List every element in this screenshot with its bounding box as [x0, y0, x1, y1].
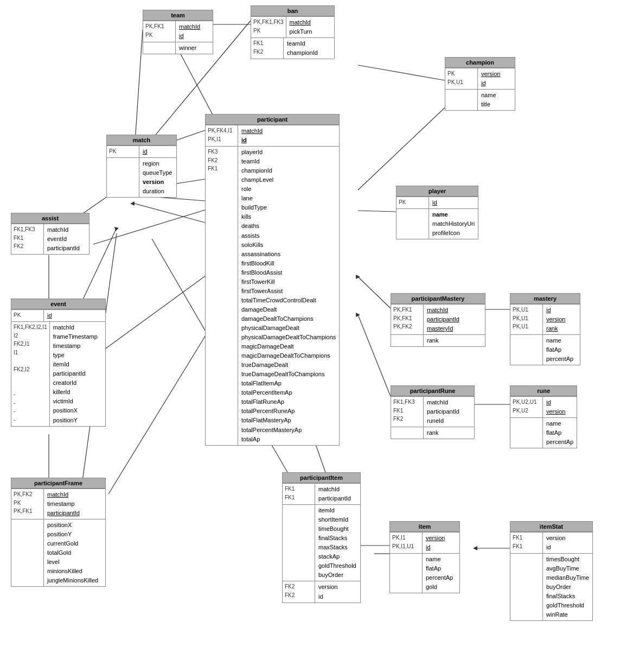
table-participant-keys-1: PK,FK4,I1 PK,I1 — [206, 125, 238, 146]
svg-line-29 — [108, 326, 212, 494]
svg-line-24 — [92, 271, 212, 358]
table-event-fields-1: id — [44, 310, 55, 321]
table-ban-header: ban — [251, 6, 334, 16]
table-player: player PK id name matchHistoryUri profil… — [396, 186, 478, 239]
table-ban-keys-1: PK,FK1,FK3 PK — [251, 17, 286, 37]
table-participantrune: participantRune FK1,FK3 FK1 FK2 matchId … — [391, 385, 475, 439]
table-participantitem-keys-3: FK2 FK2 — [283, 581, 315, 602]
table-participantmastery-fields-1: matchId participantId masteryId — [424, 305, 463, 334]
table-participant: participant PK,FK4,I1 PK,I1 matchId id F… — [205, 114, 340, 446]
table-team: team PK,FK1 PK matchId id winner — [143, 10, 213, 54]
table-rune-keys-2 — [510, 418, 543, 448]
table-participantmastery-keys-1: PK,FK1 PK,FK1 PK,FK2 — [391, 305, 424, 334]
table-event-header: event — [11, 299, 105, 309]
table-team-fields-2: winner — [176, 42, 200, 54]
table-event-keys-2: FK1,FK2,I2,I1 I2 FK2,I1 I1 FK2,I2 - - - … — [11, 322, 50, 426]
table-mastery-fields-2: name flatAp percentAp — [543, 335, 577, 365]
table-participantitem-fields-3: version id — [315, 581, 341, 602]
table-participantmastery-fields-2: rank — [424, 335, 442, 346]
svg-line-14 — [358, 211, 396, 212]
svg-line-35 — [358, 315, 391, 396]
table-participantitem-fields-2: itemId shortItemId timeBought finalStack… — [315, 505, 360, 581]
table-event: event PK id FK1,FK2,I2,I1 I2 FK2,I1 I1 F… — [11, 299, 106, 427]
table-participantrune-keys-2 — [391, 427, 424, 439]
table-item-keys-2 — [390, 554, 423, 593]
table-participantframe-keys-2 — [11, 519, 44, 586]
table-participantrune-header: participantRune — [391, 386, 474, 396]
table-ban-fields-1: matchId pickTurn — [286, 17, 316, 37]
table-participant-fields-1: matchId id — [238, 125, 266, 146]
table-ban-fields-2: teamId championId — [284, 38, 321, 59]
table-participantitem-header: participantItem — [283, 473, 360, 483]
table-champion-fields-2: name title — [478, 90, 500, 110]
table-participantmastery-header: participantMastery — [391, 294, 485, 304]
table-assist-header: assist — [11, 213, 89, 224]
table-champion: champion PK PK,U1 version id name title — [445, 57, 515, 111]
svg-line-31 — [358, 277, 391, 308]
table-mastery-keys-1: PK,U1 PK,U1 PK,U1 — [510, 305, 543, 334]
table-team-keys-2 — [143, 42, 176, 54]
table-participantmastery: participantMastery PK,FK1 PK,FK1 PK,FK2 … — [391, 293, 485, 347]
table-ban: ban PK,FK1,FK3 PK matchId pickTurn FK1 F… — [251, 5, 335, 59]
svg-marker-52 — [130, 201, 135, 206]
table-champion-keys-2 — [445, 90, 478, 110]
svg-marker-36 — [356, 313, 360, 317]
table-itemstat-fields-2: timesBought avgBuyTime medianBuyTime buy… — [543, 554, 592, 620]
table-participantitem-keys-1: FK1 FK1 — [283, 484, 315, 504]
table-assist-fields-1: matchId eventId participantId — [44, 224, 83, 254]
table-match-fields-2: region queueType version duration — [139, 158, 175, 197]
table-participantrune-fields-1: matchId participantId runeId — [424, 397, 463, 427]
table-item-fields-1: version id — [423, 532, 448, 553]
table-player-keys-1: PK — [397, 197, 429, 208]
table-player-keys-2 — [397, 209, 429, 239]
table-team-header: team — [143, 10, 213, 21]
svg-line-6 — [135, 30, 143, 149]
table-rune-header: rune — [510, 386, 577, 396]
table-champion-header: champion — [445, 58, 515, 68]
table-team-fields-1: matchId id — [176, 21, 203, 42]
svg-marker-32 — [356, 275, 360, 279]
table-participantmastery-keys-2 — [391, 335, 424, 346]
table-participantframe-header: participantFrame — [11, 478, 105, 489]
table-mastery: mastery PK,U1 PK,U1 PK,U1 id version ran… — [510, 293, 580, 365]
table-player-fields-1: id — [429, 197, 440, 208]
svg-line-20 — [93, 206, 217, 244]
er-diagram: ban PK,FK1,FK3 PK matchId pickTurn FK1 F… — [0, 0, 633, 672]
table-assist: assist FK1,FK3 FK1 FK2 matchId eventId p… — [11, 213, 89, 255]
table-participantframe-fields-2: positionX positionY currentGold totalGol… — [44, 519, 101, 586]
table-event-keys-1: PK — [11, 310, 44, 321]
table-rune: rune PK,U2,U1 PK,U2 id version name flat… — [510, 385, 577, 448]
table-participantrune-keys-1: FK1,FK3 FK1 FK2 — [391, 397, 424, 427]
table-participantframe: participantFrame PK,FK2 PK PK,FK1 matchI… — [11, 478, 106, 587]
table-match-header: match — [107, 135, 176, 145]
table-participantframe-fields-1: matchId timestamp participantId — [44, 489, 83, 519]
table-assist-keys-1: FK1,FK3 FK1 FK2 — [11, 224, 44, 254]
table-item: item PK,I1 PK,I1,U1 version id name flat… — [389, 521, 460, 593]
table-participantitem-fields-1: matchId participantId — [315, 484, 354, 504]
svg-marker-23 — [114, 227, 119, 231]
table-item-keys-1: PK,I1 PK,I1,U1 — [390, 532, 423, 553]
table-item-fields-2: name flatAp percentAp gold — [423, 554, 456, 593]
table-rune-fields-2: name flatAp percentAp — [543, 418, 577, 448]
table-itemstat-keys-2 — [510, 554, 543, 620]
table-participant-keys-2: FK3 FK2 FK1 — [206, 147, 238, 445]
svg-marker-46 — [473, 546, 477, 550]
table-mastery-fields-1: id version rank — [543, 305, 568, 334]
table-itemstat-keys-1: FK1 FK1 — [510, 532, 543, 553]
table-itemstat: itemStat FK1 FK1 version id — [510, 521, 593, 621]
table-champion-keys-1: PK PK,U1 — [445, 68, 478, 89]
table-participantitem: participantItem FK1 FK1 matchId particip… — [282, 472, 361, 603]
table-team-keys-1: PK,FK1 PK — [143, 21, 176, 42]
table-rune-fields-1: id version — [543, 397, 568, 417]
table-match-keys-2 — [107, 158, 139, 197]
table-participant-header: participant — [206, 115, 339, 125]
table-item-header: item — [390, 522, 459, 532]
table-event-fields-2: matchId frameTimestamp timestamp type it… — [50, 322, 101, 426]
table-participant-fields-2: playerId teamId championId champLevel ro… — [238, 147, 339, 445]
table-match-keys-1: PK — [107, 146, 139, 157]
table-itemstat-fields-1: version id — [543, 532, 568, 553]
table-match: match PK id region queueType version dur… — [106, 135, 177, 198]
table-ban-keys-2: FK1 FK2 — [251, 38, 284, 59]
svg-line-2 — [358, 65, 445, 80]
table-itemstat-header: itemStat — [510, 522, 592, 532]
